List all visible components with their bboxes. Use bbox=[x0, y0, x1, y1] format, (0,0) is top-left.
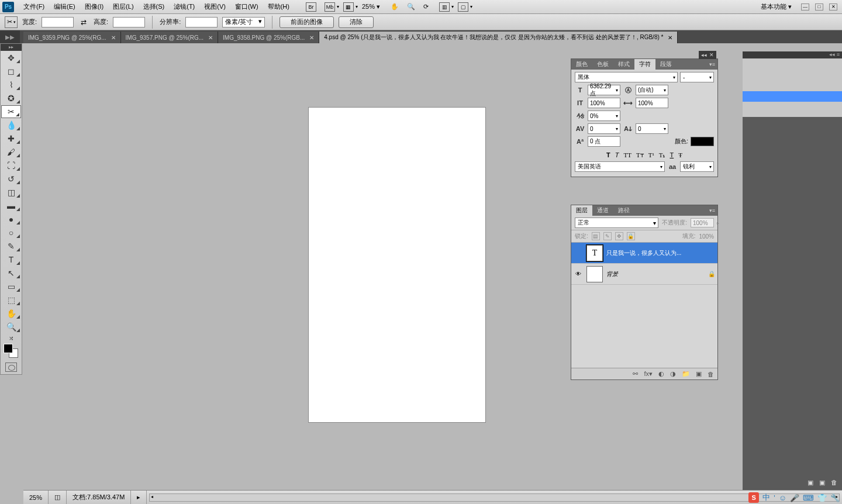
healing-tool[interactable]: ✚ bbox=[1, 132, 21, 145]
status-menu-icon[interactable]: ▸ bbox=[131, 491, 147, 504]
lock-transparency-icon[interactable]: ▤ bbox=[592, 232, 600, 240]
font-family-select[interactable]: 黑体 bbox=[575, 72, 678, 82]
layer-thumbnail[interactable] bbox=[586, 266, 603, 282]
kerning-input[interactable]: 0 bbox=[588, 123, 620, 134]
history-brush-tool[interactable]: ↺ bbox=[1, 172, 21, 185]
viewextras-icon[interactable]: ▦ bbox=[343, 2, 354, 12]
layer-row[interactable]: T 只是我一说，很多人又认为... bbox=[571, 243, 717, 264]
tab-color[interactable]: 颜色 bbox=[571, 59, 592, 70]
menu-edit[interactable]: 编辑(E) bbox=[49, 2, 80, 11]
underline-button[interactable]: T bbox=[670, 151, 674, 159]
menu-view[interactable]: 视图(V) bbox=[199, 2, 230, 11]
tab-paragraph[interactable]: 段落 bbox=[655, 59, 677, 70]
menu-layer[interactable]: 图层(L) bbox=[108, 2, 138, 11]
brush-tool[interactable]: 🖌 bbox=[1, 146, 21, 158]
leading-input[interactable]: (自动) bbox=[636, 85, 668, 95]
arrange-icon[interactable]: ▥ bbox=[439, 2, 450, 12]
link-layers-icon[interactable]: ⚯ bbox=[633, 370, 638, 378]
layer-mask-icon[interactable]: ◐ bbox=[658, 370, 664, 378]
visibility-toggle[interactable]: 👁 bbox=[574, 270, 583, 279]
workspace-selector[interactable]: 基本功能 ▾ bbox=[757, 2, 795, 11]
lock-position-icon[interactable]: ✥ bbox=[615, 232, 623, 240]
visibility-toggle[interactable] bbox=[574, 248, 583, 258]
horizontal-scrollbar[interactable] bbox=[149, 493, 840, 502]
ime-logo-icon[interactable]: S bbox=[748, 492, 759, 503]
document-tab-active[interactable]: 4.psd @ 25% (只是我一说，很多人又认为我 在吹牛逼！我想说的是，仅仅… bbox=[319, 32, 678, 43]
clear-button[interactable]: 清除 bbox=[339, 16, 374, 28]
layer-row[interactable]: 👁 背景 🔒 bbox=[571, 264, 717, 285]
width-input[interactable] bbox=[42, 17, 74, 27]
crop-tool-preset[interactable]: ✂ bbox=[5, 16, 18, 28]
marquee-tool[interactable]: ◻ bbox=[1, 65, 21, 78]
toolbox-collapse[interactable]: ▸▸ bbox=[1, 44, 22, 51]
vscale-input[interactable]: 100% bbox=[588, 98, 620, 108]
zoom-icon[interactable]: 🔍 bbox=[407, 3, 415, 11]
type-tool[interactable]: T bbox=[1, 253, 21, 266]
dock-collapse[interactable]: ◂◂ ≡ bbox=[743, 51, 842, 58]
tab-channels[interactable]: 通道 bbox=[592, 205, 613, 216]
eyedropper-tool[interactable]: 💧 bbox=[1, 119, 21, 132]
camera2-icon[interactable]: ▣ bbox=[819, 479, 825, 486]
group-icon[interactable]: 📁 bbox=[682, 370, 690, 378]
text-color-swatch[interactable] bbox=[691, 137, 714, 146]
quick-select-tool[interactable]: ✪ bbox=[1, 92, 21, 105]
camera-icon[interactable]: ▣ bbox=[808, 479, 813, 486]
blend-mode-select[interactable]: 正常 bbox=[575, 218, 658, 228]
crop-tool[interactable]: ✂ bbox=[1, 105, 21, 118]
panel-collapse-bar[interactable]: ◂◂✕ bbox=[699, 51, 716, 59]
opacity-input[interactable]: 100% bbox=[691, 218, 714, 227]
status-docsize[interactable]: 文档:7.85M/3.47M bbox=[67, 491, 131, 504]
document-canvas[interactable] bbox=[309, 108, 485, 422]
ime-mic-icon[interactable]: 🎤 bbox=[790, 493, 799, 502]
antialias-select[interactable]: 锐利 bbox=[680, 161, 714, 172]
zoom-level-select[interactable]: 25% ▾ bbox=[362, 3, 380, 11]
zoom-tool[interactable]: 🔍 bbox=[1, 320, 21, 333]
foreground-color-swatch[interactable] bbox=[4, 344, 13, 353]
stamp-tool[interactable]: ⛶ bbox=[1, 159, 21, 172]
font-style-select[interactable]: - bbox=[680, 72, 714, 82]
status-expand-icon[interactable]: ◫ bbox=[49, 491, 67, 504]
move-tool[interactable]: ✥ bbox=[1, 51, 21, 64]
delete-layer-icon[interactable]: 🗑 bbox=[708, 371, 714, 378]
front-image-button[interactable]: 前面的图像 bbox=[279, 16, 334, 28]
lock-all-icon[interactable]: 🔒 bbox=[627, 232, 635, 240]
close-icon[interactable]: ✕ bbox=[668, 34, 672, 41]
baseline-input[interactable]: 0 点 bbox=[588, 136, 620, 147]
quickmask-toggle[interactable] bbox=[5, 363, 17, 372]
tab-character[interactable]: 字符 bbox=[634, 59, 655, 70]
strikethrough-button[interactable]: Ŧ bbox=[678, 151, 682, 159]
menu-select[interactable]: 选择(S) bbox=[139, 2, 170, 11]
bridge-icon[interactable]: Br bbox=[306, 2, 316, 12]
3d-tool[interactable]: ⬚ bbox=[1, 294, 21, 306]
ime-settings-icon[interactable]: 🔧 bbox=[830, 493, 840, 502]
menu-window[interactable]: 窗口(W) bbox=[230, 2, 263, 11]
status-zoom[interactable]: 25% bbox=[23, 491, 49, 504]
minibridge-icon[interactable]: Mb bbox=[325, 2, 335, 12]
canvas-area[interactable] bbox=[23, 43, 842, 490]
layer-name[interactable]: 背景 bbox=[606, 270, 705, 278]
close-icon[interactable]: ✕ bbox=[111, 34, 116, 41]
tab-styles[interactable]: 样式 bbox=[613, 59, 634, 70]
kerning2-input[interactable]: 0 bbox=[636, 123, 668, 134]
layer-fx-icon[interactable]: fx▾ bbox=[644, 370, 653, 378]
lock-pixels-icon[interactable]: ✎ bbox=[603, 232, 612, 240]
blur-tool[interactable]: ● bbox=[1, 213, 21, 226]
ime-punct-icon[interactable]: ' bbox=[774, 493, 775, 502]
hscale-input[interactable]: 100% bbox=[636, 98, 668, 108]
document-tab[interactable]: IMG_9359.PNG @ 25%(RG...✕ bbox=[23, 32, 121, 43]
color-swatches[interactable] bbox=[1, 343, 22, 360]
gradient-tool[interactable]: ▬ bbox=[1, 199, 21, 212]
fill-input[interactable]: 100% bbox=[699, 233, 714, 240]
screenmode-icon[interactable]: ▢ bbox=[458, 2, 468, 12]
panel-menu-icon[interactable]: ▾≡ bbox=[707, 61, 717, 67]
ime-lang-icon[interactable]: 中 bbox=[762, 492, 770, 503]
italic-button[interactable]: T bbox=[615, 151, 619, 159]
resolution-input[interactable] bbox=[185, 17, 218, 27]
menu-image[interactable]: 图像(I) bbox=[80, 2, 108, 11]
font-size-input[interactable]: 6362.29 点 bbox=[588, 85, 620, 95]
document-tab[interactable]: IMG_9357.PNG @ 25%(RG...✕ bbox=[121, 32, 219, 43]
trash-icon[interactable]: 🗑 bbox=[831, 479, 837, 486]
shape-tool[interactable]: ▭ bbox=[1, 280, 21, 293]
tab-paths[interactable]: 路径 bbox=[613, 205, 634, 216]
window-restore-button[interactable]: □ bbox=[815, 4, 823, 11]
